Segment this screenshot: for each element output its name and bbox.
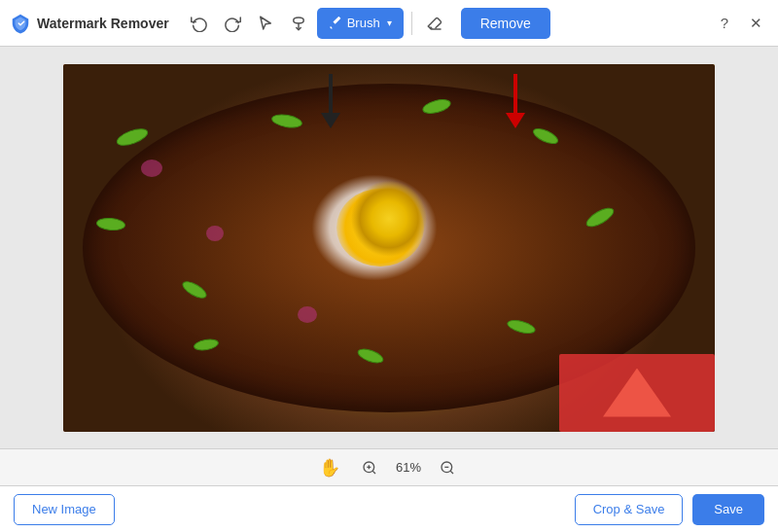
pepper-9	[355, 346, 384, 367]
new-image-button[interactable]: New Image	[14, 494, 115, 525]
food-image	[63, 64, 715, 432]
close-button[interactable]: ✕	[743, 11, 768, 36]
watermark-region	[559, 354, 715, 432]
redo-icon	[224, 15, 241, 32]
toolbar-separator	[411, 12, 412, 35]
crop-save-button[interactable]: Crop & Save	[575, 494, 684, 525]
toolbar: Brush ▾ Remove	[185, 8, 712, 39]
eraser-tool-button[interactable]	[420, 9, 449, 38]
zoom-in-icon	[362, 460, 377, 476]
lasso-tool-button[interactable]	[284, 9, 313, 38]
footer-bar: New Image Crop & Save Save	[0, 485, 778, 532]
egg-yolk	[336, 189, 424, 266]
svg-line-6	[450, 471, 453, 474]
zoom-out-icon	[440, 460, 455, 476]
help-icon: ?	[721, 15, 728, 31]
meat-layer	[83, 84, 695, 412]
close-icon: ✕	[750, 15, 762, 32]
zoom-out-button[interactable]	[436, 456, 459, 479]
save-button[interactable]: Save	[692, 494, 764, 525]
eraser-icon	[426, 15, 443, 32]
zoom-level: 61%	[391, 460, 426, 475]
new-image-label: New Image	[32, 502, 96, 516]
brush-tool-button[interactable]: Brush ▾	[317, 8, 404, 39]
title-bar-actions: ? ✕	[712, 11, 768, 36]
onion-3	[298, 306, 317, 323]
canvas-area[interactable]	[0, 47, 778, 448]
selection-icon	[257, 15, 274, 32]
egg-white	[311, 174, 438, 281]
brush-icon	[329, 17, 342, 30]
footer-right-actions: Crop & Save Save	[575, 494, 764, 525]
pepper-7	[506, 317, 537, 336]
selection-tool-button[interactable]	[251, 9, 280, 38]
pepper-2	[179, 278, 208, 301]
zoom-bar: ✋ 61%	[0, 448, 778, 485]
save-label: Save	[714, 502, 743, 516]
hand-tool-icon: ✋	[319, 457, 340, 479]
remove-button[interactable]: Remove	[461, 8, 550, 39]
pepper-1	[114, 124, 150, 149]
image-container	[63, 64, 715, 432]
pepper-6	[584, 204, 617, 231]
onion-2	[206, 226, 224, 241]
brush-label: Brush	[347, 16, 380, 30]
watermark-shape	[603, 369, 671, 417]
title-bar: Watermark Remover	[0, 0, 778, 47]
lasso-icon	[290, 15, 307, 32]
crop-save-label: Crop & Save	[593, 502, 665, 516]
onion-1	[141, 160, 162, 177]
redo-button[interactable]	[218, 9, 247, 38]
zoom-in-button[interactable]	[358, 456, 381, 479]
svg-line-2	[372, 471, 375, 474]
pepper-decorations	[63, 64, 715, 432]
pepper-8	[193, 337, 220, 352]
help-button[interactable]: ?	[712, 11, 737, 36]
brush-chevron-icon: ▾	[387, 18, 392, 28]
remove-label: Remove	[480, 16, 531, 31]
pepper-10	[95, 217, 125, 232]
app-title: Watermark Remover	[37, 16, 169, 31]
svg-line-0	[431, 27, 432, 28]
pepper-5	[531, 124, 560, 147]
app-logo-icon	[10, 13, 31, 34]
app-logo: Watermark Remover	[10, 13, 169, 34]
undo-button[interactable]	[185, 9, 214, 38]
undo-icon	[191, 15, 208, 32]
pepper-3	[271, 113, 304, 130]
pepper-4	[420, 97, 451, 117]
